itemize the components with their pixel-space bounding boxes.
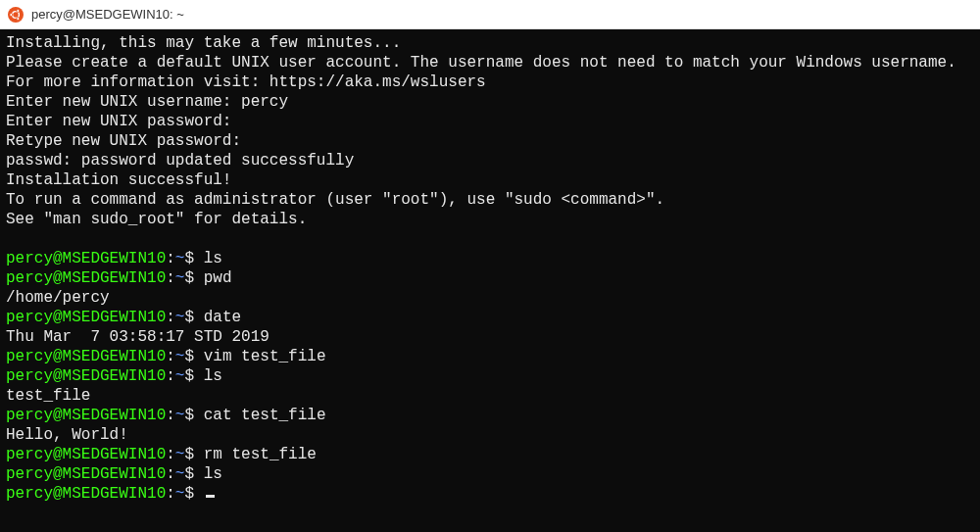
terminal-output: Enter new UNIX password:	[6, 112, 974, 131]
terminal-output: test_file	[6, 386, 974, 406]
terminal-body[interactable]: Installing, this may take a few minutes.…	[0, 29, 980, 532]
command-text: ls	[204, 367, 222, 385]
terminal-output: passwd: password updated successfully	[6, 151, 974, 170]
prompt-line: percy@MSEDGEWIN10:~$ vim test_file	[6, 347, 974, 366]
terminal-output: To run a command as administrator (user …	[6, 190, 974, 210]
terminal-output: Installing, this may take a few minutes.…	[6, 33, 974, 53]
cursor-icon	[206, 495, 215, 498]
prompt-line: percy@MSEDGEWIN10:~$ rm test_file	[6, 445, 974, 464]
prompt-symbol: $	[184, 309, 194, 326]
command-text: rm test_file	[204, 446, 317, 463]
prompt-line: percy@MSEDGEWIN10:~$ date	[6, 308, 974, 327]
terminal-output: Retype new UNIX password:	[6, 131, 974, 151]
prompt-line: percy@MSEDGEWIN10:~$ ls	[6, 464, 974, 484]
prompt-path: ~	[175, 485, 185, 503]
prompt-path: ~	[175, 309, 185, 326]
prompt-path: ~	[175, 446, 185, 463]
prompt-path: ~	[175, 348, 185, 365]
prompt-symbol: $	[184, 250, 194, 267]
prompt-line-active[interactable]: percy@MSEDGEWIN10:~$	[6, 484, 974, 504]
prompt-path: ~	[175, 407, 185, 424]
prompt-userhost: percy@MSEDGEWIN10	[6, 348, 166, 365]
command-text: cat test_file	[204, 407, 326, 424]
command-text: date	[204, 309, 241, 326]
prompt-userhost: percy@MSEDGEWIN10	[6, 309, 166, 326]
prompt-userhost: percy@MSEDGEWIN10	[6, 485, 166, 503]
terminal-output: Hello, World!	[6, 425, 974, 445]
prompt-path: ~	[175, 269, 185, 287]
terminal-blank	[6, 229, 974, 249]
command-text: pwd	[204, 269, 232, 287]
terminal-output: /home/percy	[6, 288, 974, 308]
terminal-output: See "man sudo_root" for details.	[6, 210, 974, 229]
prompt-userhost: percy@MSEDGEWIN10	[6, 446, 166, 463]
terminal-output: Please create a default UNIX user accoun…	[6, 53, 974, 73]
prompt-symbol: $	[184, 367, 194, 385]
svg-point-3	[17, 9, 20, 12]
prompt-symbol: $	[184, 407, 194, 424]
prompt-userhost: percy@MSEDGEWIN10	[6, 250, 166, 267]
prompt-symbol: $	[184, 465, 194, 483]
prompt-path: ~	[175, 465, 185, 483]
command-text: ls	[204, 250, 222, 267]
prompt-symbol: $	[184, 348, 194, 365]
terminal-output: Thu Mar 7 03:58:17 STD 2019	[6, 327, 974, 347]
prompt-userhost: percy@MSEDGEWIN10	[6, 407, 166, 424]
window-titlebar: percy@MSEDGEWIN10: ~	[0, 0, 980, 29]
terminal-output: Installation successful!	[6, 170, 974, 190]
ubuntu-icon	[8, 7, 24, 23]
svg-point-4	[17, 17, 20, 20]
prompt-symbol: $	[184, 446, 194, 463]
prompt-userhost: percy@MSEDGEWIN10	[6, 269, 166, 287]
prompt-symbol: $	[184, 485, 194, 503]
prompt-line: percy@MSEDGEWIN10:~$ pwd	[6, 268, 974, 288]
prompt-path: ~	[175, 367, 185, 385]
prompt-userhost: percy@MSEDGEWIN10	[6, 465, 166, 483]
command-text: vim test_file	[204, 348, 326, 365]
terminal-output: Enter new UNIX username: percy	[6, 92, 974, 112]
prompt-symbol: $	[184, 269, 194, 287]
prompt-line: percy@MSEDGEWIN10:~$ cat test_file	[6, 406, 974, 425]
terminal-output: For more information visit: https://aka.…	[6, 73, 974, 92]
window-title: percy@MSEDGEWIN10: ~	[31, 7, 184, 22]
prompt-path: ~	[175, 250, 185, 267]
prompt-line: percy@MSEDGEWIN10:~$ ls	[6, 366, 974, 386]
command-text: ls	[204, 465, 222, 483]
prompt-userhost: percy@MSEDGEWIN10	[6, 367, 166, 385]
svg-point-2	[10, 13, 13, 16]
prompt-line: percy@MSEDGEWIN10:~$ ls	[6, 249, 974, 268]
